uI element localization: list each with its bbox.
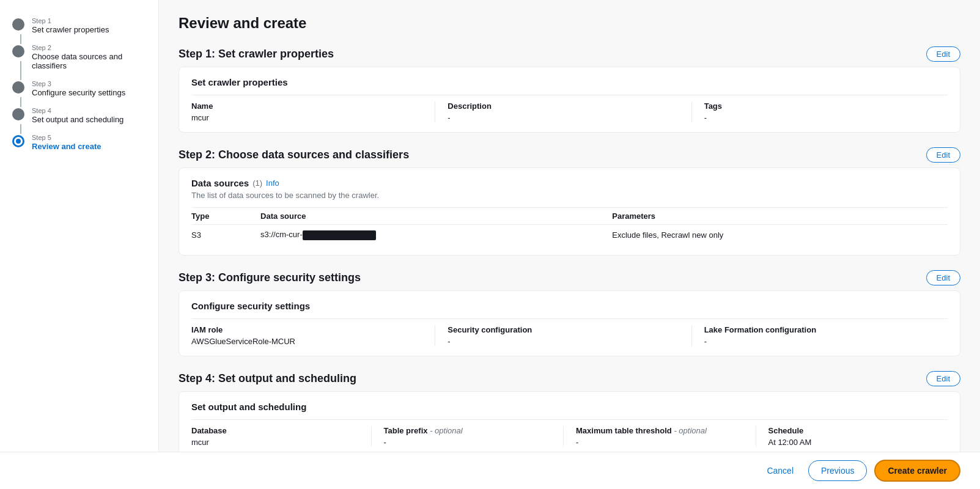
- step2-card: Data sources (1) Info The list of data s…: [179, 167, 960, 256]
- step3-lake-col: Lake Formation configuration -: [704, 325, 948, 346]
- step1-description-value: -: [448, 113, 679, 122]
- step3-iam-col: IAM role AWSGlueServiceRole-MCUR: [191, 325, 435, 346]
- step4-heading: Step 4: Set output and scheduling: [179, 372, 356, 385]
- step2-data-table: Type Data source Parameters S3 s3://cm-c…: [191, 207, 948, 245]
- datasource-prefix: s3://cm-cur-: [260, 230, 303, 239]
- step1-header: Step 1: Set crawler properties Edit: [179, 46, 960, 62]
- step4-maxthreshold-value: -: [576, 438, 743, 447]
- step4-tableprefix-label-text: Table prefix: [384, 426, 428, 435]
- sidebar-step-5[interactable]: Step 5Review and create: [0, 129, 158, 156]
- step4-schedule-value: At 12:00 AM: [768, 438, 936, 447]
- step1-name-label: Name: [191, 101, 422, 111]
- step4-maxthreshold-label-text: Maximum table threshold: [576, 426, 672, 435]
- step4-schedule-label: Schedule: [768, 426, 936, 435]
- sidebar-step-3[interactable]: Step 3Configure security settings: [0, 75, 158, 102]
- step2-heading: Step 2: Choose data sources and classifi…: [179, 149, 409, 161]
- row-datasource: s3://cm-cur-: [256, 225, 607, 245]
- step3-heading: Step 3: Configure security settings: [179, 271, 361, 284]
- step4-database-col: Database mcur: [191, 426, 372, 447]
- step3-iam-value: AWSGlueServiceRole-MCUR: [191, 337, 422, 346]
- step1-heading: Step 1: Set crawler properties: [179, 48, 334, 61]
- step4-header: Step 4: Set output and scheduling Edit: [179, 371, 960, 386]
- step-circle-3: [12, 81, 24, 94]
- step2-section: Step 2: Choose data sources and classifi…: [179, 147, 960, 256]
- step1-name-value: mcur: [191, 113, 422, 122]
- sidebar-step-1[interactable]: Step 1Set crawler properties: [0, 12, 158, 39]
- step4-props-grid: Database mcur Table prefix - optional - …: [191, 419, 948, 447]
- table-row: S3 s3://cm-cur- Exclude files, Recrawl n…: [191, 225, 948, 245]
- step3-iam-label: IAM role: [191, 325, 422, 334]
- row-parameters: Exclude files, Recrawl new only: [607, 225, 948, 245]
- previous-button[interactable]: Previous: [808, 460, 867, 481]
- step3-header: Step 3: Configure security settings Edit: [179, 270, 960, 285]
- step-circle-4: [12, 108, 24, 120]
- step4-tableprefix-col: Table prefix - optional -: [384, 426, 564, 447]
- step-circle-5: [12, 135, 24, 147]
- step4-section: Step 4: Set output and scheduling Edit S…: [179, 371, 960, 457]
- step3-lake-value: -: [704, 337, 935, 346]
- col-type: Type: [191, 208, 256, 225]
- step1-description-label: Description: [448, 101, 679, 111]
- footer: Cancel Previous Create crawler: [0, 452, 980, 489]
- step1-card-title: Set crawler properties: [191, 77, 948, 87]
- step4-maxthreshold-optional: - optional: [674, 426, 706, 435]
- cancel-button[interactable]: Cancel: [759, 461, 801, 480]
- step4-tableprefix-value: -: [384, 438, 551, 447]
- create-crawler-button[interactable]: Create crawler: [874, 460, 960, 482]
- col-datasource: Data source: [256, 208, 607, 225]
- step3-security-col: Security configuration -: [448, 325, 691, 346]
- step2-count-badge: (1): [252, 178, 262, 188]
- step2-header: Step 2: Choose data sources and classifi…: [179, 147, 960, 163]
- row-type: S3: [191, 225, 256, 245]
- step4-card: Set output and scheduling Database mcur …: [179, 391, 960, 457]
- step2-edit-button[interactable]: Edit: [926, 147, 960, 163]
- step1-tags-col: Tags -: [704, 101, 948, 122]
- step3-lake-label: Lake Formation configuration: [704, 325, 935, 334]
- step1-name-col: Name mcur: [191, 101, 435, 122]
- step4-database-value: mcur: [191, 438, 359, 447]
- sidebar: Step 1Set crawler propertiesStep 2Choose…: [0, 0, 159, 489]
- redacted-path: [303, 230, 376, 240]
- step4-card-title: Set output and scheduling: [191, 402, 948, 412]
- step1-props-grid: Name mcur Description - Tags -: [191, 95, 948, 122]
- step3-card: Configure security settings IAM role AWS…: [179, 290, 960, 356]
- step2-info-link[interactable]: Info: [266, 178, 279, 188]
- step4-tableprefix-optional: - optional: [430, 426, 462, 435]
- step1-section: Step 1: Set crawler properties Edit Set …: [179, 46, 960, 133]
- step4-maxthreshold-label: Maximum table threshold - optional: [576, 426, 743, 435]
- step1-tags-label: Tags: [704, 101, 935, 111]
- step4-maxthreshold-col: Maximum table threshold - optional -: [576, 426, 756, 447]
- step2-card-header: Data sources (1) Info: [191, 178, 948, 188]
- step3-edit-button[interactable]: Edit: [926, 270, 960, 285]
- step4-database-label: Database: [191, 426, 359, 435]
- step4-schedule-col: Schedule At 12:00 AM: [768, 426, 948, 447]
- step2-subtitle: The list of data sources to be scanned b…: [191, 191, 948, 200]
- step3-security-value: -: [448, 337, 679, 346]
- page-title: Review and create: [179, 15, 960, 32]
- step1-edit-button[interactable]: Edit: [926, 46, 960, 62]
- step-circle-1: [12, 18, 24, 31]
- step3-section: Step 3: Configure security settings Edit…: [179, 270, 960, 356]
- step3-security-label: Security configuration: [448, 325, 679, 334]
- step-circle-2: [12, 45, 24, 57]
- step4-edit-button[interactable]: Edit: [926, 371, 960, 386]
- col-parameters: Parameters: [607, 208, 948, 225]
- step1-description-col: Description -: [448, 101, 691, 122]
- step4-tableprefix-label: Table prefix - optional: [384, 426, 551, 435]
- step1-tags-value: -: [704, 113, 935, 122]
- step3-card-title: Configure security settings: [191, 301, 948, 311]
- main-content: Review and create Step 1: Set crawler pr…: [159, 0, 980, 489]
- step3-props-grid: IAM role AWSGlueServiceRole-MCUR Securit…: [191, 318, 948, 346]
- sidebar-step-4[interactable]: Step 4Set output and scheduling: [0, 102, 158, 129]
- step1-card: Set crawler properties Name mcur Descrip…: [179, 67, 960, 133]
- step2-card-title: Data sources: [191, 178, 249, 188]
- sidebar-step-2[interactable]: Step 2Choose data sources and classifier…: [0, 39, 158, 75]
